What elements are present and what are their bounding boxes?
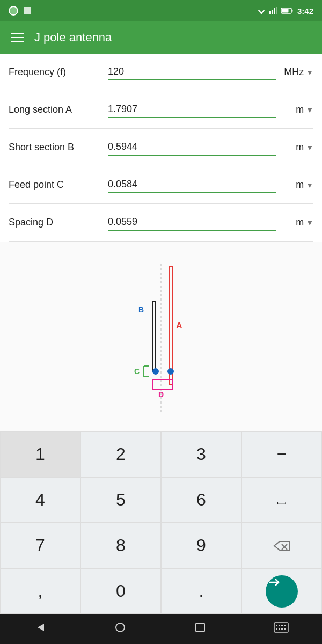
spacing-unit-wrap: m ▼ [281, 217, 313, 228]
key-4[interactable]: 4 [0, 477, 80, 523]
main-content: Frequency (f) MHz ▼ Long section A m ▼ S… [0, 54, 322, 431]
enter-icon [266, 576, 282, 589]
antenna-svg: A B C D [107, 259, 215, 414]
svg-text:A: A [176, 321, 182, 330]
signal-icon [269, 7, 278, 14]
frequency-dropdown[interactable]: ▼ [306, 68, 313, 77]
svg-rect-32 [284, 625, 286, 626]
spacing-input[interactable] [108, 214, 276, 231]
svg-text:B: B [138, 305, 144, 314]
spacing-unit: m [296, 217, 304, 228]
svg-rect-3 [272, 10, 273, 14]
long-section-input[interactable] [108, 101, 276, 118]
long-section-label: Long section A [9, 104, 103, 115]
battery-icon [281, 8, 293, 14]
svg-point-15 [167, 368, 174, 375]
svg-rect-33 [276, 628, 277, 630]
key-comma[interactable]: , [0, 568, 80, 614]
keyboard-button[interactable] [274, 622, 289, 636]
spacing-dropdown[interactable]: ▼ [306, 218, 313, 227]
key-1[interactable]: 1 [0, 431, 80, 477]
spacing-label: Spacing D [9, 217, 103, 228]
key-enter[interactable] [241, 568, 322, 614]
svg-rect-30 [279, 625, 280, 626]
nav-bar [0, 614, 322, 644]
back-button[interactable] [34, 621, 47, 637]
frequency-label: Frequency (f) [9, 67, 103, 78]
feed-point-unit-wrap: m ▼ [281, 179, 313, 191]
spacing-value-wrap [108, 214, 276, 231]
frequency-unit-wrap: MHz ▼ [281, 67, 313, 78]
form-section: Frequency (f) MHz ▼ Long section A m ▼ S… [0, 54, 322, 241]
short-section-dropdown[interactable]: ▼ [306, 143, 313, 152]
menu-button[interactable] [11, 33, 24, 42]
enter-circle [266, 575, 298, 608]
frequency-unit: MHz [284, 67, 304, 78]
short-section-label: Short section B [9, 142, 103, 153]
recents-icon [194, 621, 207, 634]
key-7[interactable]: 7 [0, 523, 80, 568]
long-section-unit: m [296, 104, 304, 115]
status-time: 3:42 [297, 6, 313, 16]
status-square-icon [24, 7, 31, 14]
antenna-diagram: A B C D [0, 241, 322, 431]
key-space[interactable]: ⎵ [241, 477, 322, 523]
svg-rect-8 [282, 9, 288, 13]
key-dot[interactable]: . [161, 568, 241, 614]
status-bar: 3:42 [0, 0, 322, 21]
frequency-input[interactable] [108, 64, 276, 80]
svg-text:C: C [134, 367, 140, 376]
key-9[interactable]: 9 [161, 523, 241, 568]
svg-rect-2 [269, 11, 271, 14]
long-section-value-wrap [108, 101, 276, 118]
recents-button[interactable] [194, 621, 207, 637]
feed-point-input[interactable] [108, 177, 276, 193]
svg-text:D: D [158, 390, 164, 399]
keyboard: 1 2 3 − 4 5 6 ⎵ 7 8 9 , 0 . [0, 431, 322, 614]
svg-rect-4 [274, 8, 275, 14]
back-icon [34, 621, 47, 634]
short-section-input[interactable] [108, 139, 276, 156]
short-section-unit: m [296, 142, 304, 153]
key-5[interactable]: 5 [80, 477, 161, 523]
backspace-icon [273, 539, 290, 552]
svg-rect-31 [281, 625, 283, 626]
svg-rect-10 [169, 267, 172, 385]
svg-rect-12 [152, 302, 156, 371]
svg-marker-25 [38, 624, 44, 631]
feed-point-label: Feed point C [9, 179, 103, 191]
key-minus[interactable]: − [241, 431, 322, 477]
svg-point-14 [152, 368, 159, 375]
svg-rect-29 [276, 625, 277, 626]
home-button[interactable] [114, 621, 127, 637]
svg-point-26 [116, 623, 125, 632]
long-section-unit-wrap: m ▼ [281, 104, 313, 115]
short-section-value-wrap [108, 139, 276, 156]
keyboard-icon [274, 622, 289, 633]
svg-rect-5 [276, 7, 277, 14]
key-2[interactable]: 2 [80, 431, 161, 477]
svg-rect-7 [291, 10, 292, 12]
status-circle-icon [9, 6, 18, 16]
key-0[interactable]: 0 [80, 568, 161, 614]
app-title: J pole antenna [34, 31, 112, 45]
frequency-row: Frequency (f) MHz ▼ [9, 54, 313, 91]
short-section-unit-wrap: m ▼ [281, 142, 313, 153]
svg-rect-28 [274, 623, 288, 632]
home-icon [114, 621, 127, 634]
svg-rect-36 [284, 628, 286, 630]
key-6[interactable]: 6 [161, 477, 241, 523]
short-section-row: Short section B m ▼ [9, 129, 313, 166]
long-section-row: Long section A m ▼ [9, 91, 313, 129]
key-backspace[interactable] [241, 523, 322, 568]
key-3[interactable]: 3 [161, 431, 241, 477]
long-section-dropdown[interactable]: ▼ [306, 106, 313, 114]
wifi-icon [257, 7, 266, 14]
svg-rect-35 [281, 628, 283, 630]
feed-point-value-wrap [108, 177, 276, 193]
frequency-value-wrap [108, 64, 276, 80]
key-8[interactable]: 8 [80, 523, 161, 568]
feed-point-dropdown[interactable]: ▼ [306, 181, 313, 189]
spacing-row: Spacing D m ▼ [9, 204, 313, 241]
status-icons [257, 7, 293, 14]
